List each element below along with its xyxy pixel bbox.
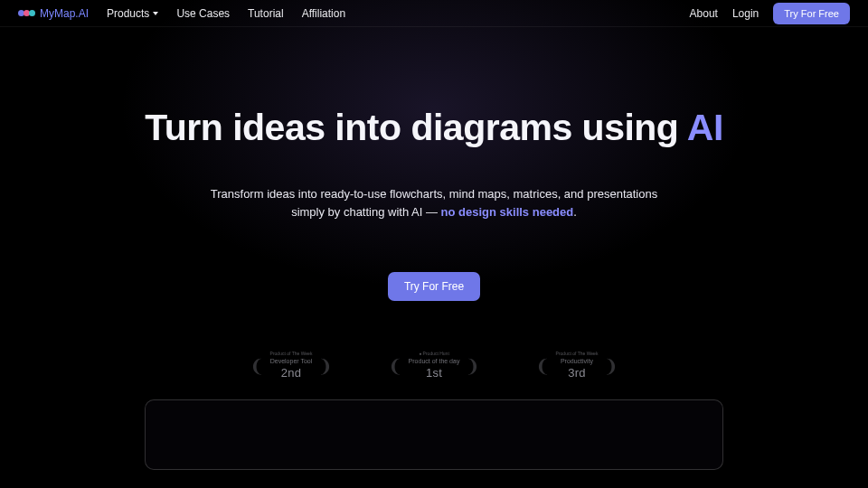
prompt-panel[interactable] [145, 399, 723, 470]
nav-login[interactable]: Login [732, 7, 759, 20]
laurel-right-icon: ❨ [603, 355, 618, 377]
hero-sub-line1: Transform ideas into ready-to-use flowch… [0, 185, 868, 203]
brand-link[interactable]: MyMap.AI [18, 7, 89, 20]
nav-item-label: Products [107, 7, 149, 20]
award-rank: 2nd [281, 367, 302, 380]
logo-dot [29, 10, 35, 16]
hero-sub-line2a: simply by chatting with AI — [291, 205, 440, 219]
nav-use-cases[interactable]: Use Cases [176, 7, 230, 20]
hero-sub-line2: simply by chatting with AI — no design s… [0, 203, 868, 221]
award-badge: ❨ ● Product Hunt Product of the day 1st … [391, 352, 477, 380]
hero-subtitle: Transform ideas into ready-to-use flowch… [0, 185, 868, 221]
laurel-left-icon: ❨ [250, 355, 265, 377]
award-rank: 1st [426, 367, 442, 380]
laurel-left-icon: ❨ [388, 355, 403, 377]
award-badge: ❨ Product of The Week Productivity 3rd ❨ [533, 352, 620, 380]
nav-products[interactable]: Products [107, 7, 158, 20]
nav-cta-button[interactable]: Try For Free [773, 3, 850, 24]
brand-name: MyMap.AI [40, 7, 89, 20]
award-mid: Product of the day [409, 358, 460, 365]
award-top: Product of The Week [270, 352, 313, 357]
award-top: ● Product Hunt [419, 352, 449, 357]
awards-row: ❨ Product of The Week Developer Tool 2nd… [0, 352, 868, 380]
laurel-right-icon: ❨ [317, 355, 333, 377]
laurel-right-icon: ❨ [465, 355, 480, 377]
award-mid: Productivity [561, 358, 593, 365]
hero: Turn ideas into diagrams using AI Transf… [0, 27, 868, 380]
nav-affiliation[interactable]: Affiliation [302, 7, 345, 20]
hero-title: Turn ideas into diagrams using AI [0, 107, 868, 149]
nav-about[interactable]: About [690, 7, 718, 20]
nav-tutorial[interactable]: Tutorial [248, 7, 284, 20]
hero-title-text: Turn ideas into diagrams using [145, 107, 687, 148]
laurel-left-icon: ❨ [535, 355, 551, 377]
chevron-down-icon [153, 12, 158, 15]
award-badge: ❨ Product of The Week Developer Tool 2nd… [248, 352, 335, 380]
hero-cta-button[interactable]: Try For Free [388, 272, 480, 301]
logo-icon [18, 10, 34, 16]
hero-sub-highlight: no design skills needed [441, 205, 574, 219]
top-nav: MyMap.AI Products Use Cases Tutorial Aff… [0, 0, 868, 27]
award-mid: Developer Tool [270, 358, 313, 365]
hero-sub-line2b: . [573, 205, 577, 219]
award-rank: 3rd [568, 367, 586, 380]
hero-title-accent: AI [687, 107, 723, 148]
award-top: Product of The Week [556, 352, 599, 357]
